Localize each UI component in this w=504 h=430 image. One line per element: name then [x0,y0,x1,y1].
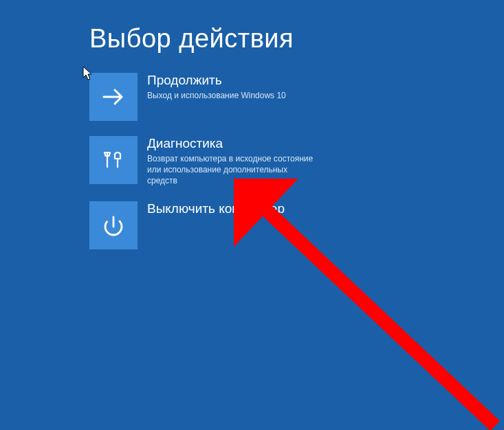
arrow-right-icon [89,73,138,121]
power-icon [89,201,138,249]
option-text-block: Диагностика Возврат компьютера в исходно… [138,136,319,186]
option-continue[interactable]: Продолжить Выход и использование Windows… [89,73,419,121]
option-text-block: Выключить компьютер [138,201,285,218]
option-title: Продолжить [147,73,286,89]
option-desc: Выход и использование Windows 10 [147,90,286,101]
option-diagnostics[interactable]: Диагностика Возврат компьютера в исходно… [89,136,419,186]
tools-icon [89,136,138,184]
main-container: Выбор действия Продолжить Выход и исполь… [0,0,504,249]
option-shutdown[interactable]: Выключить компьютер [89,201,419,249]
option-title: Выключить компьютер [147,201,285,217]
option-title: Диагностика [147,136,319,152]
page-title: Выбор действия [89,24,504,54]
option-desc: Возврат компьютера в исходное состояние … [147,153,319,187]
option-text-block: Продолжить Выход и использование Windows… [138,73,286,101]
